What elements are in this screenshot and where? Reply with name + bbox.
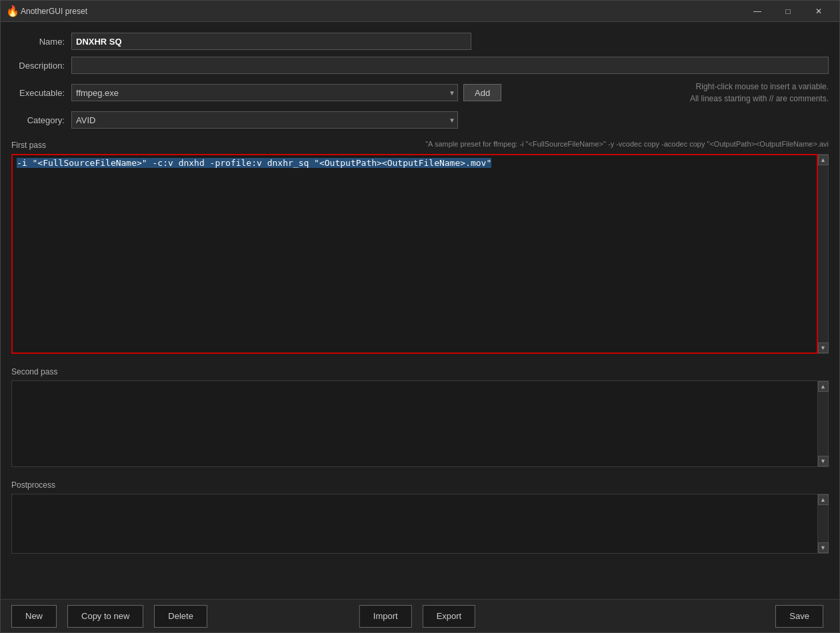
first-pass-scroll-up[interactable]: ▲: [818, 155, 829, 165]
second-pass-scrollbar: ▲ ▼: [818, 380, 829, 467]
import-button[interactable]: Import: [359, 605, 412, 628]
app-icon: 🔥: [6, 6, 17, 17]
second-pass-header: Second pass: [11, 362, 829, 379]
title-bar-title: AnotherGUI preset: [21, 7, 742, 16]
postprocess-scrollbar: ▲ ▼: [818, 494, 829, 554]
export-button[interactable]: Export: [423, 605, 476, 628]
save-button[interactable]: Save: [775, 605, 823, 628]
minimize-button[interactable]: —: [742, 1, 773, 22]
btn-group-left: New Copy to new Delete: [11, 605, 213, 628]
first-pass-selected-text: -i "<FullSourceFileName>" -c:v dnxhd -pr…: [17, 158, 491, 168]
hint-text: Right-click mouse to insert a variable. …: [690, 81, 829, 105]
maximize-button[interactable]: □: [773, 1, 803, 22]
second-pass-section: Second pass ▲ ▼: [11, 362, 829, 467]
postprocess-scroll-thumb-area: [818, 505, 828, 542]
category-select-wrapper: AVID ▼: [71, 111, 458, 129]
postprocess-section: Postprocess ▲ ▼: [11, 475, 829, 554]
delete-button[interactable]: Delete: [154, 605, 207, 628]
description-row: Description:: [11, 57, 829, 74]
postprocess-scroll-up[interactable]: ▲: [818, 494, 829, 505]
bottom-bar-inner: New Copy to new Delete Import Export Sav…: [11, 605, 829, 628]
category-row: Category: AVID ▼: [11, 111, 829, 129]
second-pass-textarea[interactable]: [11, 380, 818, 467]
postprocess-textarea[interactable]: [11, 494, 818, 554]
name-row: Name:: [11, 33, 829, 50]
postprocess-scroll-down[interactable]: ▼: [818, 542, 829, 553]
add-button[interactable]: Add: [463, 84, 501, 101]
second-pass-scroll-up[interactable]: ▲: [818, 381, 829, 392]
hint-line2: All lineas starting with // are comments…: [690, 93, 829, 105]
second-pass-scroll-down[interactable]: ▼: [818, 456, 829, 466]
first-pass-scrollbar: ▲ ▼: [818, 154, 829, 354]
name-input[interactable]: [71, 33, 471, 50]
btn-group-center: Import Export: [359, 605, 481, 628]
main-content: Name: Description: Executable: ffmpeg.ex…: [1, 22, 839, 599]
bottom-bar: New Copy to new Delete Import Export Sav…: [1, 599, 839, 632]
second-pass-scroll-thumb-area: [818, 392, 828, 456]
name-label: Name:: [11, 37, 71, 47]
executable-label: Executable:: [11, 88, 71, 98]
copy-to-new-button[interactable]: Copy to new: [67, 605, 143, 628]
second-pass-label: Second pass: [11, 367, 57, 376]
close-button[interactable]: ✕: [803, 1, 834, 22]
category-select[interactable]: AVID: [71, 111, 458, 129]
first-pass-header: First pass "A sample preset for ffmpeg: …: [11, 135, 829, 153]
category-label: Category:: [11, 115, 71, 125]
first-pass-area-wrapper: -i "<FullSourceFileName>" -c:v dnxhd -pr…: [11, 154, 829, 354]
first-pass-section: First pass "A sample preset for ffmpeg: …: [11, 135, 829, 354]
postprocess-header: Postprocess: [11, 475, 829, 492]
hint-line1: Right-click mouse to insert a variable.: [690, 81, 829, 93]
second-pass-area-wrapper: ▲ ▼: [11, 380, 829, 467]
executable-controls: ffmpeg.exe ▼ Add: [71, 84, 501, 101]
postprocess-area-wrapper: ▲ ▼: [11, 494, 829, 554]
description-label: Description:: [11, 61, 71, 71]
first-pass-label: First pass: [11, 141, 46, 150]
first-pass-hint: "A sample preset for ffmpeg: -i "<FullSo…: [425, 140, 829, 148]
description-input[interactable]: [71, 57, 829, 74]
executable-select[interactable]: ffmpeg.exe: [71, 84, 458, 101]
first-pass-scroll-thumb-area: [818, 165, 828, 342]
postprocess-label: Postprocess: [11, 480, 55, 490]
new-button[interactable]: New: [11, 605, 57, 628]
first-pass-scroll-down[interactable]: ▼: [818, 342, 829, 353]
title-bar: 🔥 AnotherGUI preset — □ ✕: [1, 1, 839, 22]
first-pass-textarea[interactable]: -i "<FullSourceFileName>" -c:v dnxhd -pr…: [11, 154, 818, 354]
title-bar-controls: — □ ✕: [742, 1, 834, 22]
btn-group-right: Save: [775, 605, 829, 628]
executable-select-wrapper: ffmpeg.exe ▼: [71, 84, 458, 101]
executable-row: Executable: ffmpeg.exe ▼ Add Right-click…: [11, 81, 829, 105]
